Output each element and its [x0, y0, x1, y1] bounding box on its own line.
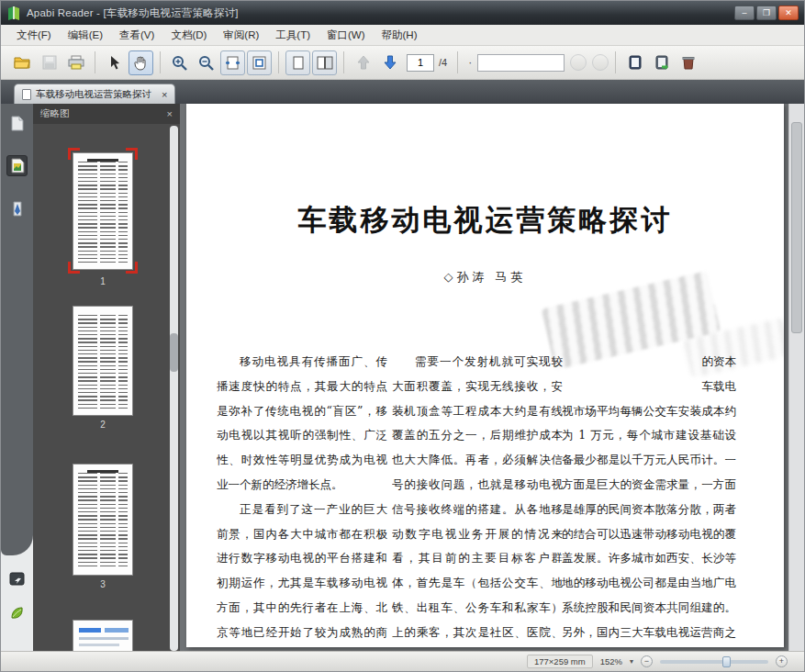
sidebar-scrollbar-thumb[interactable] — [170, 333, 178, 372]
paragraph: 视市场平均每辆公交车安装成本约为 1 万元，每个城市建设基础设备最少都是以千万元… — [562, 399, 736, 647]
selection-corner — [68, 148, 80, 160]
sidebar-scrollbar[interactable] — [170, 126, 178, 651]
hand-tool-button[interactable] — [129, 50, 153, 75]
text-column-1: 移动电视具有传播面广、传播速度快的特点，其最大的特点是弥补了传统电视的“盲区”，… — [217, 350, 387, 647]
next-page-button[interactable] — [377, 50, 402, 75]
magnifier-plus-icon — [172, 55, 187, 71]
article-title: 车载移动电视运营策略探讨 — [186, 201, 784, 240]
paragraph: 移动电视具有传播面广、传播速度快的特点，其最大的特点是弥补了传统电视的“盲区”，… — [217, 350, 387, 498]
search-previous-button[interactable] — [570, 54, 587, 71]
page-total-label: /4 — [439, 57, 447, 68]
previous-page-button[interactable] — [351, 50, 375, 75]
paragraph-fragment: 的资本 — [562, 350, 736, 375]
minimize-button[interactable]: – — [734, 6, 755, 20]
titlebar: Apabi Reader - [车载移动电视运营策略探讨] – ❐ ✕ — [1, 1, 804, 25]
page-thumbnail-4[interactable] — [73, 620, 133, 653]
toolbar: /4 · — [1, 46, 804, 80]
thumbnail-label-1: 1 — [73, 276, 133, 286]
zoom-out-button-status[interactable]: − — [641, 655, 653, 667]
reading-mode-button[interactable] — [622, 50, 647, 75]
zoom-in-button-status[interactable]: + — [776, 655, 788, 667]
save-button[interactable] — [37, 50, 61, 75]
document-tab[interactable]: 车载移动电视运营策略探讨 × — [14, 84, 175, 104]
zoom-slider[interactable] — [660, 660, 768, 664]
apabi-logo-icon — [6, 6, 21, 20]
menu-help[interactable]: 帮助(H) — [374, 26, 426, 45]
facing-pages-view-button[interactable] — [312, 50, 337, 75]
close-button[interactable]: ✕ — [778, 6, 799, 20]
zoom-out-button[interactable] — [194, 50, 218, 75]
statusbar: 177×259 mm 152% ▾ − + — [1, 651, 804, 671]
menu-file[interactable]: 文件(F) — [8, 26, 60, 45]
toolbar-separator — [278, 51, 279, 73]
eco-leaf-icon[interactable] — [6, 602, 28, 623]
menu-window[interactable]: 窗口(W) — [319, 26, 374, 45]
page-number-input[interactable] — [407, 54, 434, 72]
content-area: 缩略图 × 1 2 — [1, 104, 804, 653]
maximize-button[interactable]: ❐ — [756, 6, 777, 20]
paragraph-fragment: 车载电 — [562, 375, 736, 399]
trash-icon — [682, 55, 695, 70]
single-page-view-button[interactable] — [285, 50, 310, 75]
tab-close-icon[interactable]: × — [162, 89, 167, 100]
menu-edit[interactable]: 编辑(E) — [60, 26, 111, 45]
sidebar-title: 缩略图 — [40, 107, 70, 120]
toolbar-separator — [343, 51, 344, 73]
page-thumbnail-3[interactable] — [73, 464, 133, 576]
search-bullet-icon: · — [468, 56, 472, 69]
zoom-in-button[interactable] — [167, 50, 192, 75]
outline-panel-icon[interactable] — [6, 113, 28, 134]
thumbnail-label-2: 2 — [73, 420, 133, 430]
document-icon — [22, 89, 31, 100]
window-title: Apabi Reader - [车载移动电视运营策略探讨] — [27, 6, 239, 20]
zoom-level-label: 152% — [600, 656, 622, 666]
page-thumbnail-1[interactable] — [73, 152, 133, 270]
print-button[interactable] — [63, 50, 88, 75]
tab-title: 车载移动电视运营策略探讨 — [36, 88, 151, 101]
arrow-up-icon — [357, 55, 370, 70]
save-disk-icon — [42, 55, 57, 70]
main-scrollbar[interactable] — [788, 104, 804, 653]
single-page-icon — [293, 56, 304, 70]
menu-tools[interactable]: 工具(T) — [267, 26, 319, 45]
folder-open-icon — [14, 55, 31, 70]
thumbnails-sidebar: 缩略图 × 1 2 — [33, 104, 180, 653]
selection-corner — [126, 148, 138, 160]
menu-document[interactable]: 文档(D) — [162, 26, 215, 45]
tabbar: 车载移动电视运营策略探讨 × — [1, 80, 804, 104]
hand-icon — [134, 55, 148, 71]
fit-width-icon — [225, 56, 240, 70]
menu-view[interactable]: 查看(V) — [111, 26, 162, 45]
paragraph: 需要一个发射机就可实现较大面积覆盖，实现无线接收，安装机顶盒等工程成本大约是有线… — [392, 350, 563, 647]
zoom-slider-thumb[interactable] — [722, 656, 731, 667]
book-icon — [628, 55, 643, 70]
sidebar-header: 缩略图 × — [33, 104, 180, 124]
page-thumbnail-2[interactable] — [73, 306, 133, 416]
fit-page-button[interactable] — [247, 50, 272, 75]
sidebar-close-icon[interactable]: × — [167, 108, 173, 119]
delete-document-button[interactable] — [676, 50, 700, 75]
text-column-3: 的资本 车载电 视市场平均每辆公交车安装成本约为 1 万元，每个城市建设基础设备… — [562, 350, 736, 647]
search-input[interactable] — [477, 54, 565, 72]
annotations-panel-icon[interactable] — [6, 198, 28, 219]
main-scrollbar-thumb[interactable] — [791, 122, 802, 333]
menu-review[interactable]: 审阅(R) — [215, 26, 267, 45]
select-tool-button[interactable] — [102, 50, 127, 75]
selection-corner — [68, 262, 80, 274]
zoom-dropdown-icon[interactable]: ▾ — [630, 657, 633, 666]
panel-icon-strip — [1, 104, 33, 653]
thumbnails-panel-icon[interactable] — [6, 155, 28, 176]
return-book-button[interactable] — [649, 50, 674, 75]
document-viewport: 车载移动电视运营策略探讨 ◇孙涛 马英 移动电视具有传播面广、传播速度快的特点，… — [180, 104, 790, 653]
magnifier-minus-icon — [198, 55, 214, 71]
fit-width-button[interactable] — [220, 50, 245, 75]
open-file-button[interactable] — [10, 50, 35, 75]
printer-icon — [68, 55, 84, 70]
search-next-button[interactable] — [592, 54, 609, 71]
paragraph: 正是看到了这一产业的巨大前景，国内各大中城市都在积极进行数字移动电视的平台搭建和… — [217, 498, 387, 647]
page-size-label: 177×259 mm — [527, 655, 593, 668]
snapshot-icon[interactable] — [6, 568, 28, 589]
toolbar-separator — [160, 51, 161, 73]
toolbar-separator — [95, 51, 95, 73]
toolbar-separator — [615, 51, 616, 73]
